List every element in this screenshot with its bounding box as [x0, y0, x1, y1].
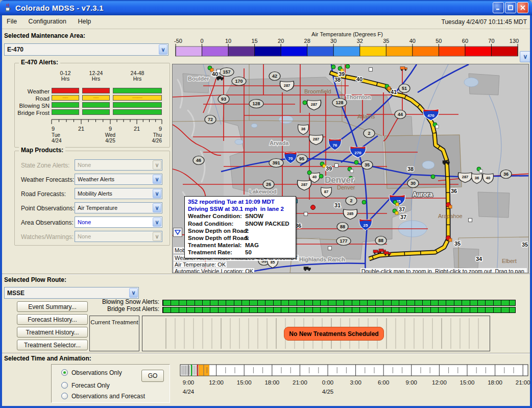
- tooltip-row: Treatment Rate:50: [188, 249, 293, 256]
- svg-text:-50: -50: [174, 38, 182, 44]
- chevron-down-icon: ∨: [153, 203, 161, 212]
- svg-text:76: 76: [333, 143, 337, 148]
- area-observations-select[interactable]: None∨: [75, 217, 162, 228]
- alerts-time-axis: 9219219Tue4/24Wed4/25Thu4/26: [49, 116, 168, 145]
- svg-text:18:00: 18:00: [488, 379, 502, 386]
- treatment-selector-button[interactable]: Treatment Selector...: [17, 340, 88, 350]
- watches-warnings-select: None∨: [75, 231, 162, 242]
- map-hint: Double-click map to zoom in. Right-click…: [360, 268, 527, 273]
- svg-text:Denver: Denver: [337, 184, 355, 190]
- chevron-down-icon: ∨: [153, 232, 161, 241]
- svg-text:72: 72: [208, 117, 213, 122]
- maximize-button[interactable]: [505, 2, 516, 13]
- svg-text:287: 287: [462, 175, 469, 179]
- svg-text:Elbert: Elbert: [502, 258, 517, 264]
- plow-route-value: MSSE: [7, 290, 25, 297]
- svg-text:128: 128: [252, 101, 260, 106]
- time-slider[interactable]: 9:0012:0015:0018:0021:000:003:006:009:00…: [176, 362, 530, 396]
- svg-text:128: 128: [335, 100, 343, 105]
- tooltip-driving-line: Driving SSW at 30.1 mph in lane 2: [188, 205, 293, 212]
- svg-text:60: 60: [462, 38, 468, 44]
- map-products-panel: Map Products: State Zone Alerts: None∨ W…: [14, 151, 170, 246]
- radio-observations-and-forecast[interactable]: [61, 393, 68, 399]
- window-title: Colorado MDSS - v7.3.1: [15, 4, 104, 12]
- menu-help[interactable]: Help: [73, 15, 95, 27]
- minimize-button[interactable]: [493, 2, 504, 13]
- svg-text:40: 40: [356, 76, 362, 82]
- blowing-snow-alert-bar: [162, 300, 516, 306]
- svg-text:35: 35: [454, 241, 461, 247]
- svg-text:Tue: Tue: [52, 132, 60, 138]
- menu-configuration[interactable]: Configuration: [24, 15, 71, 27]
- svg-text:30: 30: [330, 38, 336, 44]
- svg-text:Arvada: Arvada: [270, 140, 289, 146]
- svg-text:Air Temperature (Degrees F): Air Temperature (Degrees F): [311, 31, 383, 37]
- tooltip-row: Weather Condition:SNOW: [188, 212, 293, 220]
- svg-text:21: 21: [78, 126, 84, 132]
- svg-text:4/24: 4/24: [183, 389, 195, 395]
- radio-forecast-only[interactable]: [61, 382, 68, 389]
- map-view[interactable]: 1571704228793128287128723628746391955144…: [172, 64, 529, 273]
- close-button[interactable]: [517, 2, 528, 13]
- svg-text:39: 39: [326, 165, 332, 172]
- svg-text:177: 177: [340, 238, 347, 244]
- point-observations-select[interactable]: Air Temperature∨: [75, 202, 162, 213]
- section-divider: [2, 353, 530, 354]
- chevron-down-icon[interactable]: ∨: [159, 44, 167, 55]
- svg-text:70: 70: [488, 38, 494, 44]
- datetime: Tuesday 4/24/07 10:11:45 MDT: [442, 18, 527, 26]
- alert-cell: [52, 88, 79, 93]
- go-button[interactable]: GO: [141, 370, 164, 382]
- treatment-history-button[interactable]: Treatment History...: [17, 327, 88, 338]
- temp-scale-collapse-button[interactable]: ∨: [520, 51, 530, 62]
- maintenance-area-select[interactable]: E-470 ∨: [4, 43, 168, 56]
- svg-text:40: 40: [212, 71, 218, 77]
- svg-text:287: 287: [311, 102, 318, 107]
- java-icon: [3, 3, 12, 12]
- alert-row-label: Blowing SN: [16, 103, 50, 109]
- svg-text:4/24: 4/24: [52, 138, 62, 143]
- svg-text:21:00: 21:00: [293, 379, 307, 386]
- svg-text:Broomfield: Broomfield: [304, 88, 331, 94]
- plow-route-label: Selected Plow Route:: [4, 276, 66, 283]
- svg-text:46: 46: [196, 158, 201, 163]
- plow-route-select[interactable]: MSSE ∨: [4, 287, 139, 299]
- svg-text:287: 287: [301, 182, 308, 187]
- svg-text:42: 42: [272, 74, 277, 79]
- alerts-col-24-48: 24-48Hrs: [113, 70, 162, 82]
- weather-forecasts-select[interactable]: Weather Alerts∨: [75, 174, 162, 185]
- svg-text:18:00: 18:00: [264, 379, 279, 386]
- svg-text:15:00: 15:00: [237, 379, 252, 386]
- map-collapse-button[interactable]: [173, 228, 182, 237]
- weather-forecasts-label: Weather Forecasts:: [21, 176, 74, 183]
- radio-observations-and-forecast-label[interactable]: Observations and Forecast: [71, 393, 145, 400]
- svg-text:40: 40: [486, 176, 490, 180]
- radio-observations-only[interactable]: [61, 369, 68, 376]
- radio-forecast-only-label[interactable]: Forecast Only: [71, 382, 110, 389]
- tooltip-row: Snow Depth on Road:2: [188, 227, 293, 234]
- app-window: Colorado MDSS - v7.3.1 File Configuratio…: [0, 0, 532, 408]
- alert-cell: [82, 95, 110, 101]
- svg-text:50: 50: [436, 38, 442, 44]
- svg-text:130: 130: [510, 38, 519, 44]
- svg-text:20: 20: [278, 38, 284, 44]
- chevron-down-icon[interactable]: ∨: [129, 288, 138, 298]
- svg-text:2: 2: [350, 198, 352, 203]
- alert-cell: [82, 109, 110, 115]
- triangle-down-icon: [175, 229, 181, 235]
- road-forecasts-select[interactable]: Mobility Alerts∨: [75, 188, 162, 199]
- tooltip-report-line: 352 reporting Tue at 10:09 MDT: [188, 198, 293, 205]
- svg-text:35: 35: [522, 242, 528, 248]
- menu-file[interactable]: File: [2, 15, 21, 27]
- svg-text:38: 38: [407, 166, 414, 172]
- svg-text:36: 36: [475, 176, 479, 180]
- title-bar[interactable]: Colorado MDSS - v7.3.1: [0, 0, 532, 15]
- chevron-down-icon: ∨: [153, 189, 161, 198]
- forecast-history-button[interactable]: Forecast History...: [17, 314, 88, 325]
- svg-text:9: 9: [109, 126, 112, 132]
- svg-text:37: 37: [400, 214, 406, 220]
- radio-observations-only-label[interactable]: Observations Only: [71, 369, 122, 376]
- svg-text:470: 470: [427, 113, 434, 118]
- alert-cell: [113, 102, 162, 108]
- current-treatment-box: Current Treatment: [89, 316, 139, 351]
